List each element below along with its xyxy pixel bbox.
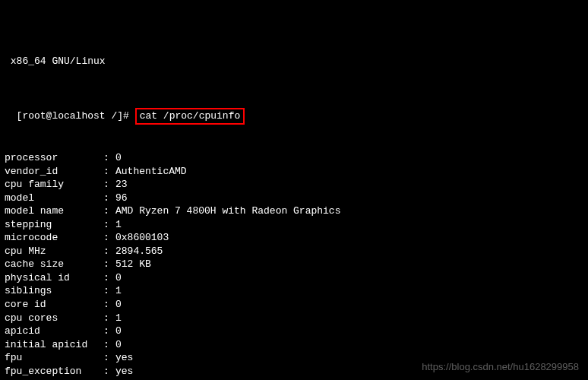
cpuinfo-rows-top: processor:0vendor_id:AuthenticAMDcpu fam… [5, 151, 583, 380]
cpuinfo-sep: : [103, 231, 115, 245]
shell-prompt: [root@localhost /]# [17, 110, 129, 122]
command-highlight: cat /proc/cpuinfo [135, 108, 245, 125]
cpuinfo-value: 0 [115, 338, 583, 352]
cpuinfo-row: model name:AMD Ryzen 7 4800H with Radeon… [5, 204, 583, 218]
cpuinfo-value: AuthenticAMD [115, 165, 583, 179]
cpuinfo-key: model [5, 192, 103, 205]
shell-prompt-line[interactable]: [root@localhost /]# cat /proc/cpuinfo [5, 95, 583, 125]
cpuinfo-value: 0x8600103 [115, 231, 583, 245]
cpuinfo-key: cache size [5, 258, 103, 271]
cpuinfo-row: cpu family:23 [5, 178, 583, 192]
cpuinfo-sep: : [103, 338, 115, 352]
cpuinfo-value: 1 [115, 312, 583, 325]
cpuinfo-key: model name [5, 204, 103, 218]
cpuinfo-row: apicid:0 [5, 325, 583, 338]
cpuinfo-row: physical id:0 [5, 271, 583, 285]
cpuinfo-sep: : [103, 271, 115, 285]
cpuinfo-value: 1 [115, 218, 583, 232]
cpuinfo-sep: : [103, 312, 115, 325]
cpuinfo-key: cpu family [5, 178, 103, 192]
cpuinfo-row: processor:0 [5, 151, 583, 165]
cpuinfo-row: stepping:1 [5, 218, 583, 232]
cpuinfo-value: 512 KB [115, 258, 583, 271]
cpuinfo-key: fpu [5, 351, 103, 365]
cpuinfo-value: 96 [115, 192, 583, 205]
cpuinfo-value: 0 [115, 271, 583, 285]
cpuinfo-key: apicid [5, 325, 103, 338]
cpuinfo-row: initial apicid:0 [5, 338, 583, 352]
cpuinfo-value: yes [115, 365, 583, 378]
cpuinfo-key: stepping [5, 218, 103, 232]
cpuinfo-row: cpu cores:1 [5, 312, 583, 325]
cpuinfo-key: physical id [5, 271, 103, 285]
cpuinfo-value: yes [115, 351, 583, 365]
cpuinfo-sep: : [103, 178, 115, 192]
cpuinfo-value: 2894.565 [115, 245, 583, 258]
cpuinfo-sep: : [103, 351, 115, 365]
cpuinfo-value: 0 [115, 298, 583, 312]
cpuinfo-sep: : [103, 192, 115, 205]
cpuinfo-row: fpu_exception:yes [5, 365, 583, 378]
cpuinfo-row: core id:0 [5, 298, 583, 312]
cpuinfo-sep: : [103, 245, 115, 258]
cpuinfo-value: 1 [115, 284, 583, 298]
cpuinfo-value: 0 [115, 325, 583, 338]
cpuinfo-row: vendor_id:AuthenticAMD [5, 165, 583, 179]
cpuinfo-key: fpu_exception [5, 365, 103, 378]
cpuinfo-key: microcode [5, 231, 103, 245]
cpuinfo-key: cpu cores [5, 312, 103, 325]
cpuinfo-key: core id [5, 298, 103, 312]
cpuinfo-row: cache size:512 KB [5, 258, 583, 271]
cpuinfo-value: 0 [115, 151, 583, 165]
cpuinfo-row: fpu:yes [5, 351, 583, 365]
cpuinfo-row: cpu MHz:2894.565 [5, 245, 583, 258]
cpuinfo-sep: : [103, 325, 115, 338]
cpuinfo-row: model:96 [5, 192, 583, 205]
cpuinfo-row: siblings:1 [5, 284, 583, 298]
cpuinfo-key: initial apicid [5, 338, 103, 352]
cpuinfo-sep: : [103, 284, 115, 298]
header-partial-line: x86_64 GNU/Linux [5, 55, 583, 68]
cpuinfo-key: cpu MHz [5, 245, 103, 258]
cpuinfo-sep: : [103, 151, 115, 165]
cpuinfo-key: siblings [5, 284, 103, 298]
cpuinfo-sep: : [103, 204, 115, 218]
cpuinfo-row: microcode:0x8600103 [5, 231, 583, 245]
cpuinfo-sep: : [103, 298, 115, 312]
cpuinfo-value: AMD Ryzen 7 4800H with Radeon Graphics [115, 204, 583, 218]
cpuinfo-sep: : [103, 258, 115, 271]
cpuinfo-sep: : [103, 218, 115, 232]
cpuinfo-sep: : [103, 365, 115, 378]
cpuinfo-key: vendor_id [5, 165, 103, 179]
cpuinfo-value: 23 [115, 178, 583, 192]
cpuinfo-key: processor [5, 151, 103, 165]
cpuinfo-sep: : [103, 165, 115, 179]
command-text: cat /proc/cpuinfo [140, 110, 241, 122]
